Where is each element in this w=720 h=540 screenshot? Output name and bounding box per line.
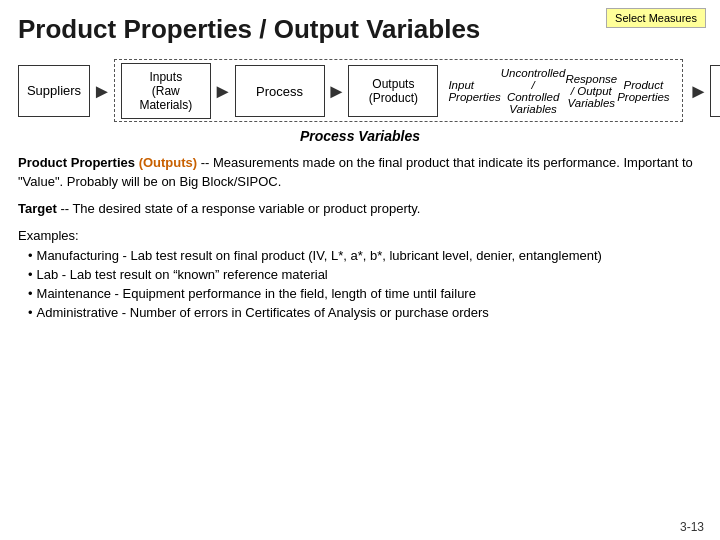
- sipoc-outputs-box: Outputs (Product): [348, 65, 438, 117]
- sipoc-suppliers-box: Suppliers: [18, 65, 90, 117]
- sipoc-customers-box: Customers: [710, 65, 720, 117]
- page-title: Product Properties / Output Variables: [18, 14, 702, 45]
- examples-label: Examples:: [18, 228, 79, 243]
- select-measures-button[interactable]: Select Measures: [606, 8, 706, 28]
- list-item: Administrative - Number of errors in Cer…: [28, 304, 702, 323]
- process-label: Process: [256, 84, 303, 99]
- product-properties-outputs: (Outputs): [139, 155, 197, 170]
- suppliers-label: Suppliers: [27, 83, 81, 98]
- var-input-properties: Input Properties: [448, 79, 500, 103]
- page: Select Measures Product Properties / Out…: [0, 0, 720, 540]
- target-label: Target: [18, 201, 57, 216]
- var-response: Response / Output Variables: [565, 73, 617, 109]
- arrow-2: ►: [213, 81, 233, 101]
- examples-list: Manufacturing - Lab test result on final…: [18, 247, 702, 322]
- target-text: -- The desired state of a response varia…: [57, 201, 421, 216]
- process-variables-title: Process Variables: [18, 128, 702, 144]
- product-properties-bold-prefix: Product Properties: [18, 155, 139, 170]
- arrow-4: ►: [689, 81, 709, 101]
- var-product-properties: Product Properties: [617, 67, 669, 115]
- outputs-label: Outputs (Product): [369, 77, 418, 105]
- sipoc-diagram: Suppliers ► Inputs (Raw Materials) ► Pro…: [18, 59, 702, 122]
- page-number: 3-13: [680, 520, 704, 534]
- sipoc-process-box: Process: [235, 65, 325, 117]
- list-item: Lab - Lab test result on “known” referen…: [28, 266, 702, 285]
- list-item: Maintenance - Equipment performance in t…: [28, 285, 702, 304]
- product-properties-section: Product Properties (Outputs) -- Measurem…: [18, 154, 702, 192]
- sipoc-inputs-box: Inputs (Raw Materials): [121, 63, 211, 119]
- var-uncontrolled: Uncontrolled / Controlled Variables: [501, 67, 566, 115]
- arrow-1: ►: [92, 81, 112, 101]
- arrow-3: ►: [327, 81, 347, 101]
- inputs-label: Inputs (Raw Materials): [139, 70, 192, 112]
- target-section: Target -- The desired state of a respons…: [18, 200, 702, 219]
- list-item: Manufacturing - Lab test result on final…: [28, 247, 702, 266]
- examples-section: Examples: Manufacturing - Lab test resul…: [18, 227, 702, 323]
